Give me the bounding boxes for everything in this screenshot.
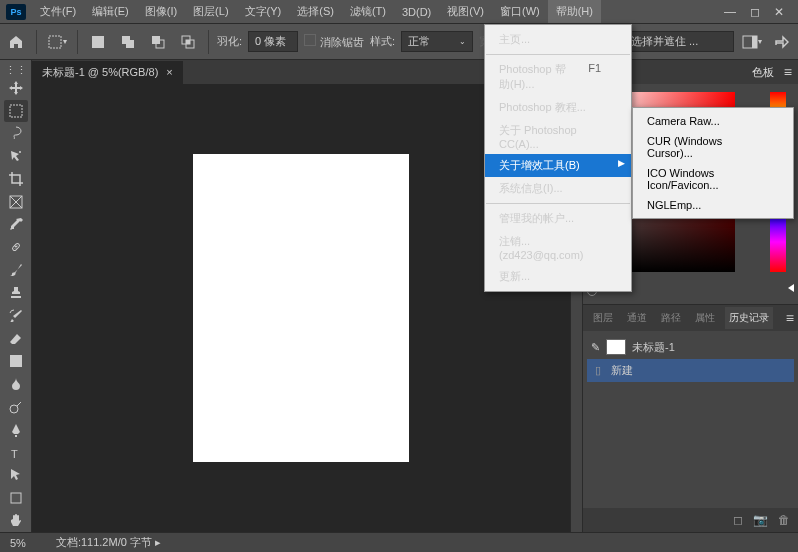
menu-type[interactable]: 文字(Y) [237, 0, 290, 23]
pen-tool[interactable] [4, 419, 28, 441]
select-and-mask-button[interactable]: 选择并遮住 ... [624, 31, 734, 52]
svg-rect-1 [92, 36, 104, 48]
plugin-item[interactable]: Camera Raw... [633, 111, 793, 131]
options-bar: ▾ 羽化: 0 像素 消除锯齿 样式: 正常⌄ 宽 选择并遮住 ... ▾ [0, 24, 798, 60]
svg-rect-14 [11, 243, 19, 251]
dodge-tool[interactable] [4, 396, 28, 418]
panel-menu-icon[interactable]: ≡ [786, 310, 792, 326]
history-state-new[interactable]: ▯ 新建 [587, 359, 794, 382]
menu-file[interactable]: 文件(F) [32, 0, 84, 23]
history-snapshot[interactable]: ✎ 未标题-1 [587, 335, 794, 359]
stamp-tool[interactable] [4, 282, 28, 304]
menu-3d[interactable]: 3D(D) [394, 2, 439, 22]
help-item[interactable]: 管理我的帐户... [485, 207, 631, 230]
minimize-button[interactable]: — [724, 5, 736, 19]
lasso-tool[interactable] [4, 123, 28, 145]
marquee-tool[interactable] [4, 100, 28, 122]
frame-tool[interactable] [4, 191, 28, 213]
antialias-checkbox[interactable]: 消除锯齿 [304, 34, 364, 50]
svg-rect-6 [182, 36, 190, 44]
share-icon[interactable] [770, 30, 794, 54]
menu-view[interactable]: 视图(V) [439, 0, 492, 23]
healing-tool[interactable] [4, 237, 28, 259]
help-item[interactable]: 系统信息(I)... [485, 177, 631, 200]
brush-tool[interactable] [4, 259, 28, 281]
subtract-selection-icon[interactable] [146, 30, 170, 54]
svg-rect-0 [49, 36, 61, 48]
text-tool[interactable]: T [4, 442, 28, 464]
crop-tool[interactable] [4, 168, 28, 190]
blur-tool[interactable] [4, 373, 28, 395]
add-selection-icon[interactable] [116, 30, 140, 54]
history-tab[interactable]: 历史记录 [725, 307, 773, 329]
menu-select[interactable]: 选择(S) [289, 0, 342, 23]
gradient-tool[interactable] [4, 351, 28, 373]
svg-rect-3 [126, 40, 134, 48]
help-item[interactable]: 关于增效工具(B)▶ [485, 154, 631, 177]
history-brush-tool[interactable] [4, 305, 28, 327]
doc-info[interactable]: 文档:111.2M/0 字节 ▸ [56, 535, 161, 550]
paths-tab[interactable]: 路径 [657, 307, 685, 329]
layers-tab[interactable]: 图层 [589, 307, 617, 329]
toolbox-handle[interactable]: ⋮⋮ [4, 64, 28, 76]
title-bar: Ps 文件(F) 编辑(E) 图像(I) 图层(L) 文字(Y) 选择(S) 滤… [0, 0, 798, 24]
create-document-icon[interactable]: ◻ [733, 513, 743, 527]
path-select-tool[interactable] [4, 465, 28, 487]
quick-select-tool[interactable] [4, 145, 28, 167]
eyedropper-tool[interactable] [4, 214, 28, 236]
canvas[interactable] [193, 154, 409, 462]
help-item[interactable]: Photoshop 帮助(H)...F1 [485, 58, 631, 96]
intersect-selection-icon[interactable] [176, 30, 200, 54]
svg-point-17 [10, 405, 18, 413]
svg-rect-13 [10, 196, 22, 208]
properties-tab[interactable]: 属性 [691, 307, 719, 329]
channels-tab[interactable]: 通道 [623, 307, 651, 329]
menu-filter[interactable]: 滤镜(T) [342, 0, 394, 23]
home-icon[interactable] [4, 30, 28, 54]
help-item[interactable]: 关于 Photoshop CC(A)... [485, 119, 631, 154]
history-state-label: 新建 [611, 363, 633, 378]
separator [208, 30, 209, 54]
menu-window[interactable]: 窗口(W) [492, 0, 548, 23]
help-item[interactable]: 主页... [485, 28, 631, 51]
svg-rect-2 [122, 36, 130, 44]
history-footer: ◻ 📷 🗑 [583, 508, 798, 532]
style-label: 样式: [370, 34, 395, 49]
move-tool[interactable] [4, 77, 28, 99]
menu-help[interactable]: 帮助(H) [548, 0, 601, 23]
menu-image[interactable]: 图像(I) [137, 0, 185, 23]
menu-layer[interactable]: 图层(L) [185, 0, 236, 23]
camera-icon[interactable]: 📷 [753, 513, 768, 527]
history-tabs: 图层 通道 路径 属性 历史记录 ≡ [583, 305, 798, 331]
document-tab-label: 未标题-1 @ 5%(RGB/8) [42, 65, 158, 80]
svg-rect-8 [186, 40, 190, 44]
svg-point-12 [19, 151, 21, 153]
close-tab-icon[interactable]: × [166, 66, 172, 78]
panel-menu-icon[interactable]: ≡ [784, 64, 790, 80]
zoom-level[interactable]: 5% [10, 537, 26, 549]
swatches-tab[interactable]: 色板 [752, 65, 774, 80]
plugin-item[interactable]: ICO Windows Icon/Favicon... [633, 163, 793, 195]
style-select[interactable]: 正常⌄ [401, 31, 473, 52]
shape-tool[interactable] [4, 487, 28, 509]
hand-tool[interactable] [4, 510, 28, 532]
close-button[interactable]: ✕ [774, 5, 784, 19]
marquee-tool-preset[interactable]: ▾ [45, 30, 69, 54]
maximize-button[interactable]: ◻ [750, 5, 760, 19]
history-list: ✎ 未标题-1 ▯ 新建 [583, 331, 798, 508]
plugin-item[interactable]: NGLEmp... [633, 195, 793, 215]
document-tab[interactable]: 未标题-1 @ 5%(RGB/8) × [32, 61, 183, 84]
plugin-item[interactable]: CUR (Windows Cursor)... [633, 131, 793, 163]
hue-indicator [788, 284, 794, 292]
help-item[interactable]: 注销... (zd423@qq.com) [485, 230, 631, 265]
menu-edit[interactable]: 编辑(E) [84, 0, 137, 23]
new-selection-icon[interactable] [86, 30, 110, 54]
eraser-tool[interactable] [4, 328, 28, 350]
help-item[interactable]: 更新... [485, 265, 631, 288]
help-item[interactable]: Photoshop 教程... [485, 96, 631, 119]
trash-icon[interactable]: 🗑 [778, 513, 790, 527]
feather-input[interactable]: 0 像素 [248, 31, 298, 52]
svg-rect-10 [752, 36, 757, 48]
svg-rect-4 [152, 36, 160, 44]
workspace-icon[interactable]: ▾ [740, 30, 764, 54]
